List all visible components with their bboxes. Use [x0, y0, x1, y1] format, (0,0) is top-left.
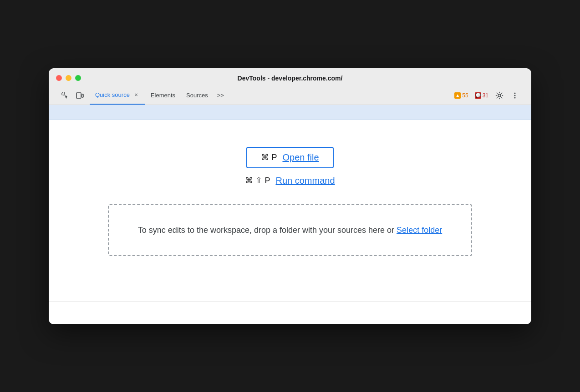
tabs-container: Quick source ✕ Elements Sources >> — [90, 86, 453, 105]
tab-elements[interactable]: Elements — [145, 86, 181, 105]
error-badge[interactable]: 💬 31 — [473, 91, 490, 100]
title-bar-top: DevTools - developer.chrome.com/ — [56, 75, 524, 82]
more-tabs-button[interactable]: >> — [214, 92, 228, 99]
svg-point-5 — [514, 95, 516, 96]
device-toolbar-icon[interactable] — [73, 89, 86, 102]
svg-point-3 — [498, 94, 501, 97]
tab-sources[interactable]: Sources — [181, 86, 214, 105]
tab-sources-label: Sources — [186, 92, 208, 99]
more-options-icon[interactable] — [509, 89, 521, 102]
content-area: ⌘ P Open file ⌘ ⇧ P Run command To sync … — [49, 105, 531, 324]
svg-rect-2 — [82, 94, 83, 97]
svg-point-4 — [514, 92, 516, 94]
run-command-link[interactable]: Run command — [275, 176, 335, 186]
toolbar-right: ▲ 55 💬 31 — [453, 89, 521, 102]
tab-close-icon[interactable]: ✕ — [132, 91, 140, 99]
open-file-shortcut: ⌘ P — [261, 152, 277, 162]
select-folder-link[interactable]: Select folder — [397, 226, 442, 235]
maximize-button[interactable] — [75, 75, 81, 81]
error-icon: 💬 — [475, 92, 481, 99]
cursor-inspector-icon[interactable] — [59, 89, 71, 102]
content-header — [49, 105, 531, 120]
window-controls — [56, 75, 81, 81]
content-footer — [49, 302, 531, 324]
drop-zone[interactable]: To sync edits to the workspace, drop a f… — [108, 204, 472, 256]
toolbar: Quick source ✕ Elements Sources >> ▲ 55 — [56, 86, 524, 105]
warning-icon: ▲ — [454, 92, 461, 99]
minimize-button[interactable] — [66, 75, 71, 81]
tab-quick-source[interactable]: Quick source ✕ — [90, 86, 145, 105]
tab-quick-source-label: Quick source — [95, 91, 130, 98]
warning-count: 55 — [462, 92, 468, 99]
toolbar-icons — [59, 89, 86, 102]
open-file-box[interactable]: ⌘ P Open file — [246, 147, 333, 168]
settings-icon[interactable] — [493, 89, 506, 102]
close-button[interactable] — [56, 75, 62, 81]
devtools-window: DevTools - developer.chrome.com/ — [49, 68, 531, 324]
content-main: ⌘ P Open file ⌘ ⇧ P Run command To sync … — [49, 120, 531, 302]
svg-rect-0 — [62, 92, 65, 95]
title-bar: DevTools - developer.chrome.com/ — [49, 68, 531, 105]
run-command-shortcut: ⌘ ⇧ P — [245, 176, 270, 186]
svg-point-6 — [514, 97, 516, 98]
tab-elements-label: Elements — [151, 92, 175, 99]
drop-zone-text: To sync edits to the workspace, drop a f… — [122, 223, 458, 237]
warning-badge[interactable]: ▲ 55 — [453, 91, 470, 100]
svg-rect-1 — [76, 93, 81, 98]
run-command-row: ⌘ ⇧ P Run command — [245, 176, 335, 186]
open-file-link[interactable]: Open file — [282, 152, 319, 163]
window-title: DevTools - developer.chrome.com/ — [238, 75, 343, 82]
error-count: 31 — [483, 92, 488, 99]
